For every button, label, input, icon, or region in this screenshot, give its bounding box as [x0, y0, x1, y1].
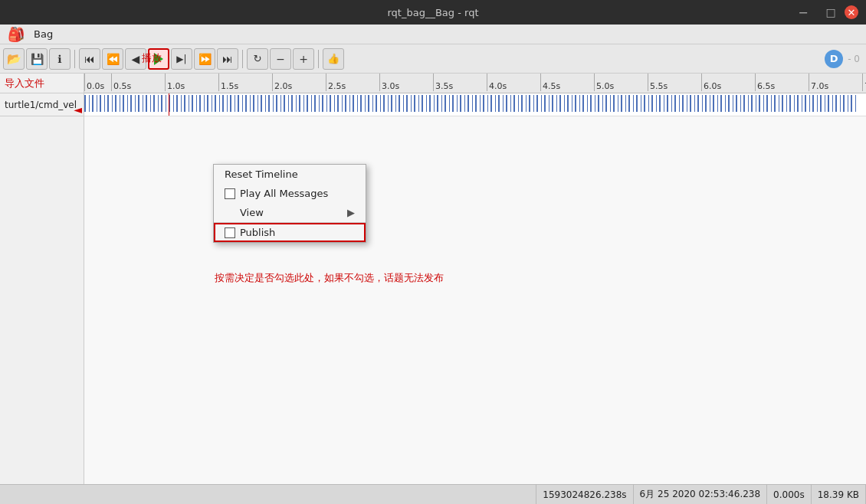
tick-12: 6.0s — [701, 74, 755, 91]
tick-3: 1.5s — [218, 74, 272, 91]
maximize-button[interactable]: □ — [817, 0, 845, 25]
skip-start-icon: ⏮ — [84, 53, 95, 65]
tick-5: 2.5s — [326, 74, 379, 91]
window-title: rqt_bag__Bag - rqt — [388, 7, 479, 18]
track-arrow-icon: ◄ — [74, 103, 82, 116]
timeline-cursor — [169, 93, 169, 116]
tick-11: 5.5s — [648, 74, 701, 91]
plus-button[interactable]: + — [293, 48, 314, 70]
tick-15: 7.5s — [862, 74, 866, 91]
open-button[interactable]: 📂 — [3, 48, 25, 70]
tick-9: 4.5s — [540, 74, 594, 91]
next-button[interactable]: ▶| — [171, 48, 192, 70]
waveform-display — [84, 95, 858, 112]
next-icon: ▶| — [176, 54, 186, 64]
status-empty — [0, 485, 536, 504]
minimize-button[interactable]: − — [789, 0, 817, 25]
tick-1: 0.5s — [111, 74, 165, 91]
step-back-icon: ⏪ — [107, 53, 120, 65]
tick-4: 2.0s — [272, 74, 326, 91]
timeline-area[interactable]: 0.0s 0.5s 1.0s 1.5s 2.0s 2.5s 3.0s 3.5s … — [84, 74, 866, 484]
sep1 — [74, 50, 75, 68]
thumb-button[interactable]: 👍 — [323, 48, 344, 70]
ctx-play-all[interactable]: Play All Messages — [214, 184, 366, 203]
track-row[interactable]: // Generate waveform-like pattern — [84, 93, 866, 116]
minus-icon: − — [276, 53, 285, 65]
ctx-publish-checkbox[interactable] — [225, 227, 235, 238]
info-icon: ℹ — [57, 53, 61, 65]
skip-end-button[interactable]: ⏭ — [217, 48, 238, 70]
skip-start-button[interactable]: ⏮ — [79, 48, 100, 70]
tick-6: 3.0s — [379, 74, 433, 91]
status-bar: 1593024826.238s 6月 25 2020 02:53:46.238 … — [0, 484, 866, 504]
tick-2: 1.0s — [165, 74, 218, 91]
tick-14: 7.0s — [809, 74, 862, 91]
loop-button[interactable]: ↻ — [247, 48, 268, 70]
prev-icon: ◀ — [132, 53, 140, 65]
ctx-publish[interactable]: Publish — [214, 223, 366, 242]
status-timestamp: 1593024826.238s — [536, 485, 633, 504]
bag-icon: 🎒 — [8, 26, 25, 42]
ctx-view[interactable]: View ▶ — [214, 203, 366, 222]
ctx-publish-label: Publish — [240, 227, 275, 238]
info-button[interactable]: ℹ — [49, 48, 71, 70]
save-icon: 💾 — [31, 53, 44, 65]
ctx-reset-timeline[interactable]: Reset Timeline — [214, 165, 366, 184]
help-button[interactable]: D — [825, 50, 843, 68]
ctx-view-label: View — [240, 207, 264, 218]
loop-icon: ↻ — [254, 53, 262, 64]
tick-8: 4.0s — [487, 74, 540, 91]
sep3 — [318, 50, 319, 68]
thumb-icon: 👍 — [327, 53, 340, 64]
play-annotation: 播放 — [142, 51, 162, 65]
sep2 — [242, 50, 243, 68]
ctx-reset-label: Reset Timeline — [225, 169, 298, 180]
track-name: turtle1/cmd_vel — [5, 100, 77, 110]
tick-13: 6.5s — [755, 74, 809, 91]
timeline-ruler: 0.0s 0.5s 1.0s 1.5s 2.0s 2.5s 3.0s 3.5s … — [84, 74, 866, 93]
tick-0: 0.0s — [84, 74, 111, 91]
plus-icon: + — [299, 53, 308, 65]
skip-end-icon: ⏭ — [222, 53, 233, 65]
tick-10: 5.0s — [594, 74, 648, 91]
step-fwd-button[interactable]: ⏩ — [194, 48, 215, 70]
step-back-button[interactable]: ⏪ — [102, 48, 123, 70]
ctx-play-all-checkbox[interactable] — [225, 188, 235, 199]
status-filesize: 18.39 KB — [812, 485, 866, 504]
minus-button[interactable]: − — [270, 48, 291, 70]
menu-bag[interactable]: Bag — [28, 27, 59, 41]
save-button[interactable]: 💾 — [26, 48, 48, 70]
ctx-play-all-label: Play All Messages — [240, 188, 328, 199]
close-button[interactable]: ✕ — [845, 5, 858, 19]
tick-7: 3.5s — [433, 74, 487, 91]
import-file-button[interactable]: 导入文件 — [0, 74, 84, 93]
annotation-text: 按需决定是否勾选此处，如果不勾选，话题无法发布 — [215, 271, 444, 285]
context-menu: Reset Timeline Play All Messages View ▶ … — [213, 164, 366, 243]
step-fwd-icon: ⏩ — [198, 53, 212, 65]
ctx-view-arrow-icon: ▶ — [347, 207, 355, 218]
dash-indicator: - 0 — [845, 54, 863, 64]
status-duration: 0.000s — [767, 485, 812, 504]
empty-timeline — [84, 116, 866, 484]
track-label: turtle1/cmd_vel ◄ — [0, 93, 84, 116]
status-datetime: 6月 25 2020 02:53:46.238 — [634, 485, 768, 504]
open-icon: 📂 — [7, 52, 21, 66]
